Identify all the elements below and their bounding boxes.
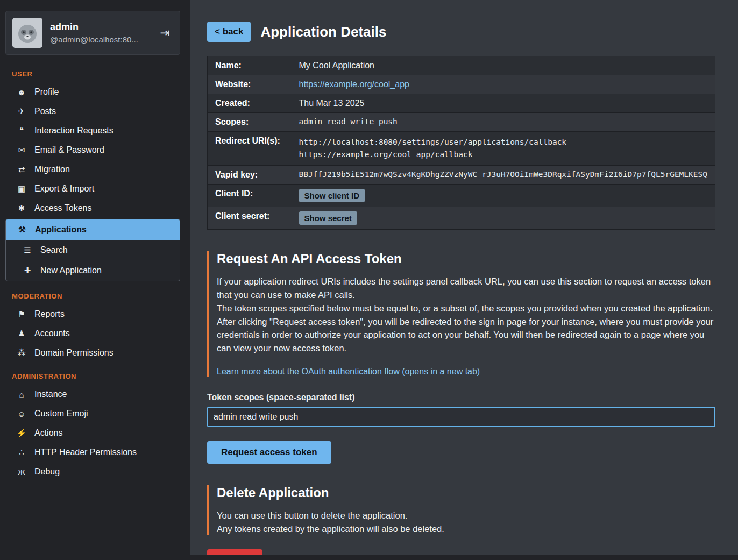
users-icon: ♟ bbox=[16, 329, 27, 338]
profile-icon: ☻ bbox=[16, 88, 27, 97]
row-label: Website: bbox=[208, 75, 292, 94]
user-card[interactable]: admin @admin@localhost:80... ⇥ bbox=[5, 11, 180, 55]
share-nodes-icon: ⁂ bbox=[16, 348, 27, 358]
application-details-table: Name: My Cool Application Website: https… bbox=[207, 56, 715, 230]
sidebar-item-actions[interactable]: ⚡ Actions bbox=[0, 423, 186, 443]
sidebar-item-access-tokens[interactable]: ✱ Access Tokens bbox=[0, 199, 186, 218]
sidebar-item-label: Accounts bbox=[34, 329, 70, 338]
sidebar-item-label: Actions bbox=[34, 428, 62, 438]
sidebar-item-debug[interactable]: Ж Debug bbox=[0, 462, 186, 481]
sidebar-item-label: Instance bbox=[34, 389, 67, 399]
redirect-uri-1: http://localhost:8080/settings/user/appl… bbox=[299, 136, 708, 148]
sidebar-item-custom-emoji[interactable]: ☺ Custom Emoji bbox=[0, 404, 186, 423]
token-scopes-label: Token scopes (space-separated list) bbox=[207, 393, 715, 402]
share-nodes-icon: ∴ bbox=[16, 448, 27, 457]
sidebar-group-applications: ⚒ Applications ☰ Search ✚ New Applicatio… bbox=[5, 219, 180, 281]
sidebar-item-label: Access Tokens bbox=[34, 203, 91, 213]
sidebar-item-label: Email & Password bbox=[34, 145, 104, 155]
row-label: Created: bbox=[208, 94, 292, 113]
sidebar-item-email-password[interactable]: ✉ Email & Password bbox=[0, 140, 186, 160]
sidebar-item-label: Domain Permissions bbox=[34, 348, 113, 358]
logout-icon[interactable]: ⇥ bbox=[157, 26, 173, 40]
request-token-paragraph-2: The token scopes specified below must be… bbox=[217, 302, 715, 315]
table-row-client-id: Client ID: Show client ID bbox=[208, 185, 715, 207]
vapid-key-value: BBJffJ219b5iE512m7wQSzv4KgKDhgZZVzNyWC_r… bbox=[292, 166, 715, 185]
row-label: Client ID: bbox=[208, 185, 292, 207]
website-link[interactable]: https://example.org/cool_app bbox=[299, 80, 409, 89]
oauth-docs-link[interactable]: Learn more about the OAuth authenticatio… bbox=[217, 367, 480, 376]
sidebar-item-export-import[interactable]: ▣ Export & Import bbox=[0, 179, 186, 199]
page-header: < back Application Details bbox=[207, 22, 715, 42]
sidebar-item-reports[interactable]: ⚑ Reports bbox=[0, 304, 186, 324]
row-label: Client secret: bbox=[208, 207, 292, 230]
user-meta: admin @admin@localhost:80... bbox=[50, 22, 150, 44]
sidebar-item-label: Posts bbox=[34, 107, 56, 116]
delete-button[interactable]: Delete bbox=[207, 549, 262, 555]
sidebar-item-migration[interactable]: ⇄ Migration bbox=[0, 160, 186, 179]
sitemap-icon: ⌂ bbox=[16, 390, 27, 399]
sidebar-item-label: HTTP Header Permissions bbox=[34, 448, 137, 457]
created-value: Thu Mar 13 2025 bbox=[292, 94, 715, 113]
sidebar-item-label: New Application bbox=[40, 266, 102, 275]
section-label-administration: ADMINISTRATION bbox=[0, 363, 186, 385]
sidebar-item-http-header-permissions[interactable]: ∴ HTTP Header Permissions bbox=[0, 443, 186, 462]
plus-icon: ✚ bbox=[22, 266, 33, 275]
comment-icon: ❝ bbox=[16, 126, 27, 136]
request-token-paragraph-3: After clicking "Request access token", y… bbox=[217, 315, 715, 355]
sidebar-item-label: Debug bbox=[34, 467, 60, 477]
table-row-vapid-key: Vapid key: BBJffJ219b5iE512m7wQSzv4KgKDh… bbox=[208, 166, 715, 185]
token-scopes-input[interactable] bbox=[207, 407, 715, 427]
show-client-id-button[interactable]: Show client ID bbox=[299, 189, 365, 202]
main-content: < back Application Details Name: My Cool… bbox=[190, 0, 738, 555]
lock-icon: ✉ bbox=[16, 145, 27, 155]
sidebar-item-new-application[interactable]: ✚ New Application bbox=[6, 260, 180, 281]
section-label-moderation: MODERATION bbox=[0, 282, 186, 304]
show-secret-button[interactable]: Show secret bbox=[299, 211, 357, 225]
sidebar-item-label: Interaction Requests bbox=[34, 126, 113, 136]
table-row-created: Created: Thu Mar 13 2025 bbox=[208, 94, 715, 113]
app-name-value: My Cool Application bbox=[292, 56, 715, 75]
posts-icon: ✈ bbox=[16, 107, 27, 116]
token-icon: ✱ bbox=[16, 203, 27, 213]
request-access-token-button[interactable]: Request access token bbox=[207, 441, 331, 464]
sidebar-item-label: Custom Emoji bbox=[34, 409, 88, 419]
page-title: Application Details bbox=[260, 24, 386, 40]
request-token-paragraph-1: If your application redirect URIs includ… bbox=[217, 275, 715, 302]
back-button[interactable]: < back bbox=[207, 22, 251, 42]
row-label: Vapid key: bbox=[208, 166, 292, 185]
sidebar-item-instance[interactable]: ⌂ Instance bbox=[0, 385, 186, 404]
sidebar-item-posts[interactable]: ✈ Posts bbox=[0, 102, 186, 121]
scopes-value: admin read write push bbox=[292, 113, 715, 132]
row-label: Name: bbox=[208, 56, 292, 75]
request-token-section: Request An API Access Token If your appl… bbox=[207, 251, 715, 377]
sidebar-item-applications[interactable]: ⚒ Applications bbox=[6, 219, 180, 240]
bug-icon: Ж bbox=[16, 467, 27, 477]
delete-line-1: You can use this button to delete the ap… bbox=[217, 509, 715, 522]
table-row-redirect-uris: Redirect URI(s): http://localhost:8080/s… bbox=[208, 132, 715, 166]
save-icon: ▣ bbox=[16, 184, 27, 194]
bolt-icon: ⚡ bbox=[16, 428, 27, 438]
table-row-client-secret: Client secret: Show secret bbox=[208, 207, 715, 230]
row-label: Redirect URI(s): bbox=[208, 132, 292, 166]
sidebar-item-accounts[interactable]: ♟ Accounts bbox=[0, 324, 186, 343]
smiley-icon: ☺ bbox=[16, 409, 27, 419]
avatar bbox=[12, 18, 42, 48]
row-label: Scopes: bbox=[208, 113, 292, 132]
table-row-website: Website: https://example.org/cool_app bbox=[208, 75, 715, 94]
sidebar-item-label: Search bbox=[40, 245, 68, 255]
user-handle: @admin@localhost:80... bbox=[50, 35, 150, 44]
delete-application-title: Delete Application bbox=[217, 485, 715, 500]
settings-layout: admin @admin@localhost:80... ⇥ USER ☻ Pr… bbox=[0, 0, 738, 560]
flag-icon: ⚑ bbox=[16, 309, 27, 319]
sidebar-item-label: Migration bbox=[34, 165, 70, 174]
section-label-user: USER bbox=[0, 60, 186, 82]
request-token-title: Request An API Access Token bbox=[217, 251, 715, 266]
arrows-icon: ⇄ bbox=[16, 165, 27, 174]
list-icon: ☰ bbox=[22, 245, 33, 255]
sidebar-item-profile[interactable]: ☻ Profile bbox=[0, 82, 186, 102]
table-row-scopes: Scopes: admin read write push bbox=[208, 113, 715, 132]
delete-application-section: Delete Application You can use this butt… bbox=[207, 485, 715, 536]
sidebar-item-domain-permissions[interactable]: ⁂ Domain Permissions bbox=[0, 343, 186, 363]
sidebar-item-interaction-requests[interactable]: ❝ Interaction Requests bbox=[0, 121, 186, 140]
sidebar-item-applications-search[interactable]: ☰ Search bbox=[6, 240, 180, 260]
